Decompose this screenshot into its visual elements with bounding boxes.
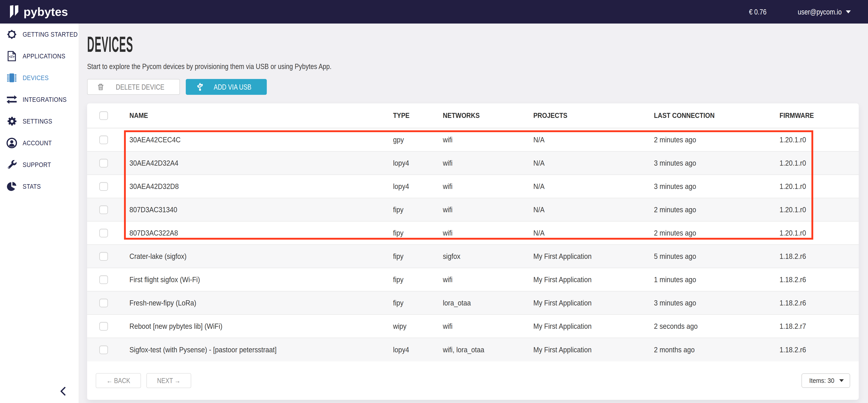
device-networks: sigfox [443, 252, 461, 261]
device-name: 30AEA42D32D8 [129, 182, 179, 191]
device-networks: wifi [443, 229, 453, 237]
table-row[interactable]: 807D3AC31340 fipy wifi N/A 2 minutes ago… [87, 198, 859, 221]
pager: ← BACK NEXT → [96, 373, 191, 388]
swap-arrows-icon [6, 94, 18, 105]
add-via-usb-button[interactable]: ADD VIA USB [186, 79, 267, 95]
device-firmware: 1.18.2.r6 [779, 299, 806, 307]
device-networks: wifi [443, 135, 453, 144]
device-type: gpy [393, 135, 404, 144]
device-projects: N/A [533, 206, 545, 214]
device-name: Sigfox-test (with Pysense) - [pastoor pe… [129, 345, 277, 354]
user-icon [6, 137, 18, 149]
delete-device-label: DELETE DEVICE [116, 83, 164, 91]
device-last-connection: 3 minutes ago [654, 159, 696, 167]
account-balance: € 0.76 [745, 7, 767, 16]
table-header-row: NAME TYPE NETWORKS PROJECTS LAST CONNECT… [87, 103, 859, 128]
next-button[interactable]: NEXT → [146, 373, 191, 388]
device-name: 807D3AC322A8 [129, 229, 178, 237]
device-last-connection: 1 minutes ago [654, 275, 696, 284]
device-type: wipy [393, 322, 406, 331]
sidebar-collapse-button[interactable] [58, 385, 69, 397]
select-all-checkbox[interactable] [99, 111, 108, 120]
device-projects: My First Application [533, 322, 591, 331]
sidebar-item-applications[interactable]: </> APPLICATIONS [0, 45, 79, 67]
table-row[interactable]: Reboot [new pybytes lib] (WiFi) wipy wif… [87, 315, 859, 338]
row-checkbox[interactable] [99, 206, 108, 214]
device-name: 807D3AC31340 [129, 206, 177, 214]
header-projects[interactable]: PROJECTS [524, 112, 645, 120]
device-name: Crater-lake (sigfox) [129, 252, 187, 261]
user-email: user@pycom.io [798, 7, 842, 16]
row-checkbox[interactable] [99, 182, 108, 191]
sidebar-item-label: GETTING STARTED [23, 31, 78, 38]
table-row[interactable]: 30AEA42D32D8 lopy4 wifi N/A 3 minutes ag… [87, 175, 859, 198]
table-row[interactable]: 807D3AC322A8 fipy wifi N/A 2 minutes ago… [87, 221, 859, 245]
device-firmware: 1.18.2.r7 [779, 322, 806, 331]
device-firmware: 1.18.2.r6 [779, 275, 806, 284]
device-last-connection: 3 minutes ago [654, 299, 696, 307]
table-row[interactable]: Crater-lake (sigfox) fipy sigfox My Firs… [87, 245, 859, 268]
table-body: 30AEA42CEC4C gpy wifi N/A 2 minutes ago … [87, 128, 859, 361]
top-navbar: pybytes € 0.76 user@pycom.io [0, 0, 868, 24]
device-name: Fresh-new-fipy (LoRa) [129, 299, 196, 307]
page-subtitle: Start to explore the Pycom devices by pr… [87, 62, 859, 71]
header-name[interactable]: NAME [120, 112, 384, 120]
pybytes-logo[interactable]: pybytes [10, 5, 68, 19]
page-title: DEVICES [87, 33, 859, 55]
device-firmware: 1.20.1.r0 [779, 229, 806, 237]
gear-icon [6, 115, 18, 127]
header-firmware[interactable]: FIRMWARE [771, 112, 859, 120]
action-bar: DELETE DEVICE ADD VIA USB [87, 79, 859, 95]
add-via-usb-label: ADD VIA USB [214, 83, 252, 91]
row-checkbox[interactable] [99, 322, 108, 331]
row-checkbox[interactable] [99, 299, 108, 307]
device-projects: N/A [533, 135, 545, 144]
device-networks: lora_otaa [443, 299, 471, 307]
header-last-connection[interactable]: LAST CONNECTION [645, 112, 771, 120]
table-row[interactable]: 30AEA42CEC4C gpy wifi N/A 2 minutes ago … [87, 128, 859, 152]
row-checkbox[interactable] [99, 135, 108, 144]
device-firmware: 1.20.1.r0 [779, 135, 806, 144]
device-name: 30AEA42CEC4C [129, 135, 181, 144]
sidebar-item-integrations[interactable]: INTEGRATIONS [0, 89, 79, 111]
device-type: fipy [393, 252, 403, 261]
row-checkbox[interactable] [99, 159, 108, 167]
device-name: Reboot [new pybytes lib] (WiFi) [129, 322, 222, 331]
table-row[interactable]: First flight sigfox (Wi-Fi) fipy wifi My… [87, 268, 859, 291]
sidebar-item-getting-started[interactable]: GETTING STARTED [0, 24, 79, 45]
sidebar-item-settings[interactable]: SETTINGS [0, 111, 79, 132]
pycom-logo-icon [10, 5, 20, 18]
sidebar-item-label: APPLICATIONS [23, 52, 65, 60]
device-name: 30AEA42D32A4 [129, 159, 178, 167]
table-footer: ← BACK NEXT → Items: 30 [87, 361, 859, 400]
back-button[interactable]: ← BACK [96, 373, 141, 388]
row-checkbox[interactable] [99, 229, 108, 237]
device-firmware: 1.20.1.r0 [779, 159, 806, 167]
code-document-icon: </> [6, 50, 18, 62]
sidebar-item-account[interactable]: ACCOUNT [0, 132, 79, 154]
header-networks[interactable]: NETWORKS [434, 112, 524, 120]
table-row[interactable]: 30AEA42D32A4 lopy4 wifi N/A 3 minutes ag… [87, 152, 859, 175]
sun-icon [6, 29, 18, 40]
sidebar: GETTING STARTED </> APPLICATIONS DEVICES… [0, 24, 79, 403]
device-projects: N/A [533, 229, 545, 237]
row-checkbox[interactable] [99, 252, 108, 261]
table-row[interactable]: Sigfox-test (with Pysense) - [pastoor pe… [87, 338, 859, 361]
sidebar-item-support[interactable]: SUPPORT [0, 154, 79, 176]
row-checkbox[interactable] [99, 275, 108, 284]
table-row[interactable]: Fresh-new-fipy (LoRa) fipy lora_otaa My … [87, 291, 859, 315]
device-type: fipy [393, 299, 403, 307]
header-type[interactable]: TYPE [384, 112, 434, 120]
row-checkbox[interactable] [99, 345, 108, 354]
delete-device-button[interactable]: DELETE DEVICE [87, 79, 180, 95]
sidebar-item-label: ACCOUNT [23, 139, 52, 147]
items-per-page-dropdown[interactable]: Items: 30 [802, 373, 850, 388]
user-menu[interactable]: user@pycom.io [788, 7, 851, 16]
sidebar-item-devices[interactable]: DEVICES [0, 67, 79, 89]
device-projects: My First Application [533, 252, 591, 261]
device-type: fipy [393, 206, 403, 214]
sidebar-item-label: STATS [23, 183, 41, 190]
main-content: DEVICES Start to explore the Pycom devic… [79, 24, 868, 403]
sidebar-item-label: DEVICES [23, 74, 49, 82]
sidebar-item-stats[interactable]: STATS [0, 176, 79, 197]
